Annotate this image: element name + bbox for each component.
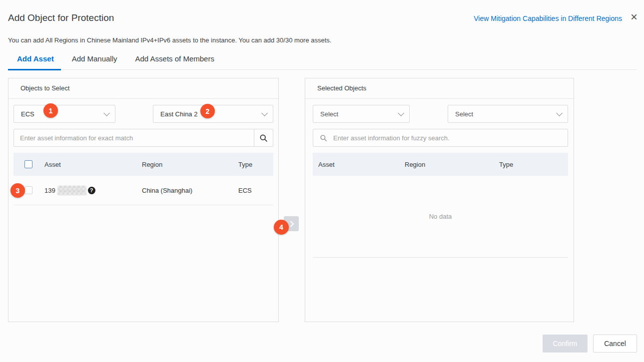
confirm-button[interactable]: Confirm	[543, 335, 588, 353]
selected-filter-select-2[interactable]: Select	[448, 105, 568, 123]
view-mitigation-capabilities-link[interactable]: View Mitigation Capabilities in Differen…	[474, 14, 622, 22]
selected-filter-select-1[interactable]: Select	[313, 105, 410, 123]
dialog-title: Add Object for Protection	[8, 12, 114, 23]
asset-region: China (Shanghai)	[142, 187, 238, 194]
region-select-value: East China 2	[160, 110, 197, 118]
exact-search-box	[13, 129, 273, 147]
product-select-value: ECS	[21, 110, 34, 118]
tab-bar: Add Asset Add Manually Add Assets of Mem…	[8, 53, 223, 70]
no-data-text: No data	[429, 213, 452, 220]
column-header-region: Region	[142, 161, 238, 168]
chevron-down-icon	[398, 110, 404, 116]
column-header-asset: Asset	[44, 161, 142, 168]
asset-name-prefix: 139	[44, 187, 55, 194]
asset-type: ECS	[238, 187, 273, 194]
selected-table-header: Asset Region Type	[313, 153, 568, 176]
annotation-badge-2: 2	[200, 104, 215, 118]
cancel-button[interactable]: Cancel	[593, 335, 637, 353]
product-select[interactable]: ECS	[13, 105, 115, 123]
chevron-down-icon	[103, 110, 110, 116]
chevron-down-icon	[261, 110, 268, 116]
tab-add-assets-of-members[interactable]: Add Assets of Members	[126, 53, 223, 70]
source-table-header: Asset Region Type	[13, 153, 273, 176]
tab-add-asset[interactable]: Add Asset	[8, 53, 63, 70]
column-header-type: Type	[499, 161, 568, 168]
selected-filter-1-value: Select	[320, 110, 338, 118]
dialog-description: You can add All Regions in Chinese Mainl…	[8, 36, 331, 44]
annotation-badge-3: 3	[10, 183, 25, 198]
selected-objects-panel: Selected Objects Select Select	[305, 78, 574, 322]
select-all-checkbox[interactable]	[24, 160, 32, 168]
selected-filter-2-value: Select	[455, 110, 473, 118]
help-icon[interactable]: ?	[88, 187, 95, 194]
exact-search-input[interactable]	[14, 129, 254, 146]
column-header-type: Type	[238, 161, 273, 168]
search-button[interactable]	[254, 129, 273, 146]
annotation-badge-4: 4	[274, 220, 289, 235]
fuzzy-search-input[interactable]	[327, 129, 568, 146]
tab-add-manually[interactable]: Add Manually	[63, 53, 126, 70]
selected-objects-title: Selected Objects	[305, 78, 574, 99]
search-icon	[259, 134, 268, 142]
search-icon	[320, 134, 327, 142]
masked-asset-text	[57, 186, 86, 195]
empty-state: No data	[313, 176, 568, 258]
objects-to-select-title: Objects to Select	[8, 78, 278, 99]
column-header-asset: Asset	[313, 161, 405, 168]
table-row: 139 ? China (Shanghai) ECS	[13, 176, 273, 205]
annotation-badge-1: 1	[43, 103, 58, 118]
row-checkbox[interactable]	[24, 186, 32, 194]
fuzzy-search-box	[313, 129, 568, 147]
chevron-down-icon	[556, 110, 563, 116]
add-object-dialog: Add Object for Protection View Mitigatio…	[0, 0, 644, 362]
column-header-region: Region	[405, 161, 499, 168]
close-icon[interactable]: ×	[631, 11, 638, 23]
